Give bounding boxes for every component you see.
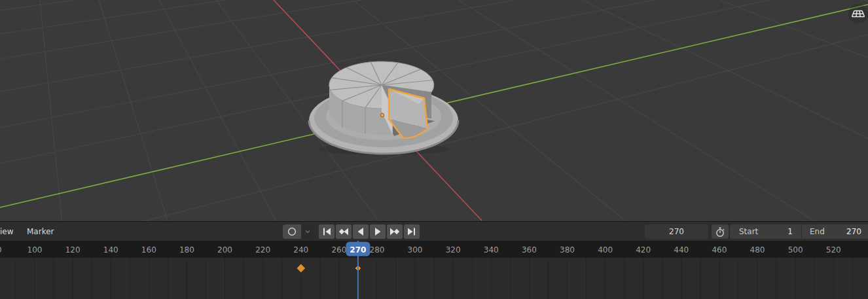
stopwatch-icon [715,226,726,237]
grid-line [720,0,868,220]
ruler-tick-label: 240 [293,245,308,255]
ruler-tick-label: 80 [0,245,2,255]
previous-keyframe-icon [338,227,350,236]
jump-to-start-button[interactable] [319,224,335,239]
grid-line [0,0,868,34]
ruler-tick-label: 320 [446,245,461,255]
blender-window: { "viewport": { "bg_color": "#3a3a3a", "… [0,0,868,299]
record-circle-icon [287,226,297,237]
frame-end-field[interactable]: End 270 [802,224,867,239]
timeline-ruler[interactable] [0,241,868,258]
ruler-tick-label: 200 [217,245,232,255]
ruler-tick-label: 280 [370,245,385,255]
ruler-tick-label: 480 [750,245,765,255]
ruler-tick-label: 380 [560,245,575,255]
frame-end-label: End [810,227,825,236]
ruler-tick-label: 120 [65,245,81,255]
menu-view-label: View [0,222,13,241]
grid-line [40,0,62,220]
menu-marker-label: Marker [27,227,54,236]
ruler-tick-label: 420 [636,245,651,255]
next-keyframe-icon [389,227,401,236]
previous-keyframe-button[interactable] [336,224,352,239]
auto-keying-button[interactable] [283,224,301,239]
grid-floor-icon[interactable] [848,4,868,24]
grid-line [864,0,868,220]
jump-to-end-icon [406,227,418,236]
menu-marker[interactable]: Marker [27,222,54,241]
frame-end-value: 270 [846,227,861,236]
timeline-tracks[interactable]: 8010012014016018020022024026028030032034… [0,241,868,299]
object-origin-dot [380,113,384,117]
viewport-scene [0,0,868,221]
ruler-tick-label: 440 [674,245,689,255]
ruler-tick-label: 100 [27,245,43,255]
ruler-tick-label: 260 [331,245,346,255]
play-reverse-icon [355,227,367,236]
jump-to-start-icon [321,227,333,236]
ruler-tick-label: 220 [255,245,270,255]
3d-viewport[interactable] [0,0,868,221]
auto-keying-dropdown[interactable] [302,224,313,239]
grid-line [0,0,868,10]
play-reverse-button[interactable] [353,224,369,239]
playhead-frame-label: 270 [350,245,366,255]
grid-line [458,0,814,220]
frame-start-label: Start [739,227,758,236]
ruler-tick-label: 360 [522,245,537,255]
ruler-tick-label: 180 [179,245,194,255]
ruler-tick-label: 520 [826,245,841,255]
ruler-tick-label: 300 [408,245,423,255]
frame-start-value: 1 [787,227,793,236]
grid-floor-glyph [850,6,866,22]
ruler-tick-label: 160 [141,245,156,255]
current-frame-field[interactable]: 270 [645,224,708,239]
play-icon [372,227,384,236]
current-frame-value: 270 [669,227,684,236]
ruler-tick-label: 140 [103,245,118,255]
cake-model[interactable] [309,62,458,155]
ruler-tick-label: 340 [484,245,499,255]
ruler-tick-label: 460 [712,245,727,255]
frame-start-field[interactable]: Start 1 [730,224,802,239]
grid-line [0,0,868,92]
ruler-tick-label: 400 [598,245,613,255]
ruler-tick-label: 500 [788,245,803,255]
timeline-header: View Marker [0,221,868,241]
jump-to-end-button[interactable] [404,224,420,239]
menu-view[interactable]: View [0,222,16,241]
frame-range-fields: Start 1 End 270 [730,224,868,239]
play-button[interactable] [370,224,386,239]
use-preview-range-button[interactable] [712,224,729,239]
grid-line [0,0,868,59]
grid-line [583,0,868,220]
grid-line [159,0,276,220]
chevron-down-icon [304,228,312,236]
next-keyframe-button[interactable] [387,224,403,239]
